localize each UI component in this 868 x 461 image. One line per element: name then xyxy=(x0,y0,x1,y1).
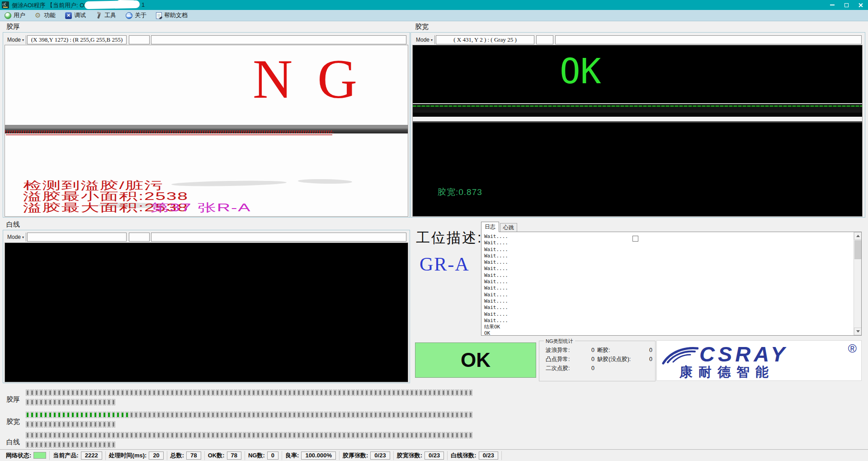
status-item: 胶厚张数:0/23 xyxy=(340,451,394,460)
indicator-cell xyxy=(175,390,179,396)
indicator-cell xyxy=(189,412,192,418)
close-button[interactable] xyxy=(853,0,868,10)
indicator-cell xyxy=(39,390,43,396)
indicator-cell xyxy=(329,432,332,438)
menu-item-label: 帮助文档 xyxy=(164,11,188,19)
indicator-cell xyxy=(306,432,310,438)
indicator-cell xyxy=(451,412,454,418)
indicator-cell xyxy=(369,432,373,438)
indicator-cell xyxy=(202,390,206,396)
indicator-cell xyxy=(297,412,301,418)
indicator-cell xyxy=(265,390,269,396)
indicator-cell xyxy=(374,412,377,418)
indicator-cell xyxy=(152,432,156,438)
ng-stats-col2: 断胶:0缺胶(没点胶):0 xyxy=(597,346,652,364)
indicator-cell xyxy=(121,412,124,418)
indicator-cell xyxy=(256,390,260,396)
indicator-cell xyxy=(211,390,215,396)
indicator-cell xyxy=(211,432,215,438)
jiaokuan-mode-dropdown[interactable]: Mode▾ xyxy=(414,35,435,44)
indicator-cell xyxy=(66,412,70,418)
indicator-cell xyxy=(130,432,133,438)
indicator-cell xyxy=(66,432,70,438)
baixian-image-view[interactable] xyxy=(5,242,408,382)
scrollbar-thumb[interactable] xyxy=(854,240,861,259)
mode-label: Mode xyxy=(416,37,429,43)
overall-result-button[interactable]: OK xyxy=(415,342,536,378)
indicator-cell xyxy=(238,432,242,438)
indicator-cell xyxy=(116,390,120,396)
indicator-cell xyxy=(387,412,391,418)
indicator-cell xyxy=(103,399,106,405)
indicator-cell xyxy=(48,412,52,418)
indicator-cell xyxy=(256,412,260,418)
indicator-cell xyxy=(148,390,151,396)
indicator-cell xyxy=(311,412,314,418)
indicator-cell xyxy=(347,412,350,418)
indicator-cell xyxy=(130,390,133,396)
stripe-white-band xyxy=(413,117,863,121)
indicator-cell xyxy=(220,412,224,418)
indicator-cell xyxy=(57,412,61,418)
indicator-cell xyxy=(125,432,129,438)
menu-item-about[interactable]: 关于 xyxy=(126,11,146,19)
log-body[interactable]: Wait....Wait....Wait....Wait....Wait....… xyxy=(481,232,862,336)
indicator-cell xyxy=(329,390,332,396)
indicator-cell xyxy=(265,432,269,438)
log-entry: Wait.... xyxy=(484,253,508,259)
maximize-button[interactable] xyxy=(839,0,854,10)
ng-stat-label: 凸点异常: xyxy=(546,355,570,364)
menu-item-gear[interactable]: 功能 xyxy=(35,11,56,19)
log-entry: 结果OK xyxy=(484,324,508,330)
indicator-cell xyxy=(75,390,79,396)
jiaohou-image-view[interactable]: NG 检测到溢胶/脏污 溢胶最小面积:2538 溢胶最大面积:2538 第37 … xyxy=(5,45,408,217)
menu-item-tools[interactable]: 工具 xyxy=(95,11,116,19)
indicator-cell xyxy=(94,399,97,405)
indicator-cell xyxy=(85,399,88,405)
arrow-up-icon xyxy=(856,235,860,237)
tab-log[interactable]: 日志 xyxy=(481,222,499,232)
menu-item-user[interactable]: 用户 xyxy=(5,11,25,19)
jiaokuan-image-view[interactable]: OK 胶宽:0.873 xyxy=(412,45,863,217)
indicator-group-label: 胶厚 xyxy=(6,395,20,404)
jiaohou-mode-dropdown[interactable]: Mode▾ xyxy=(5,35,26,44)
indicator-cell xyxy=(311,390,314,396)
indicator-cell xyxy=(320,390,323,396)
mode-label: Mode xyxy=(7,37,21,43)
indicator-cell xyxy=(198,412,201,418)
indicator-cell xyxy=(229,432,233,438)
scroll-down-button[interactable] xyxy=(854,328,862,335)
menu-item-helpdoc[interactable]: 帮助文档 xyxy=(156,11,188,19)
indicator-cell xyxy=(57,399,61,405)
panel-baixian-label: 白线 xyxy=(6,220,20,229)
indicator-row xyxy=(26,399,116,405)
indicator-cell xyxy=(396,390,400,396)
indicator-cell xyxy=(342,390,346,396)
menu-item-debug[interactable]: 调试 xyxy=(65,11,86,19)
indicator-cell xyxy=(229,412,233,418)
indicator-cell xyxy=(351,412,355,418)
indicator-cell xyxy=(415,390,418,396)
log-scrollbar[interactable] xyxy=(854,232,861,335)
indicator-cell xyxy=(103,421,106,428)
indicator-cell xyxy=(57,432,61,438)
indicator-cell xyxy=(392,412,396,418)
indicator-cell xyxy=(193,432,197,438)
indicator-cell xyxy=(62,390,66,396)
indicator-cell xyxy=(252,432,255,438)
indicator-cell xyxy=(139,432,142,438)
indicator-cell xyxy=(455,390,459,396)
baixian-mode-dropdown[interactable]: Mode▾ xyxy=(5,233,26,242)
indicator-cell xyxy=(220,390,224,396)
indicator-cell xyxy=(157,432,160,438)
panel-jiaokuan-label: 胶宽 xyxy=(415,23,429,31)
log-checkbox[interactable] xyxy=(632,236,638,242)
indicator-cell xyxy=(451,390,454,396)
scroll-up-button[interactable] xyxy=(854,232,862,240)
indicator-cell xyxy=(94,421,97,428)
minimize-button[interactable] xyxy=(825,0,840,10)
app-window: 侧涂AOI程序 【当前用户: OEM】 编 1 用户功能调试工具关于帮助文档 胶… xyxy=(0,0,868,461)
tab-heartbeat[interactable]: 心跳 xyxy=(500,223,517,232)
indicator-cell xyxy=(48,390,52,396)
indicator-cell xyxy=(202,432,206,438)
